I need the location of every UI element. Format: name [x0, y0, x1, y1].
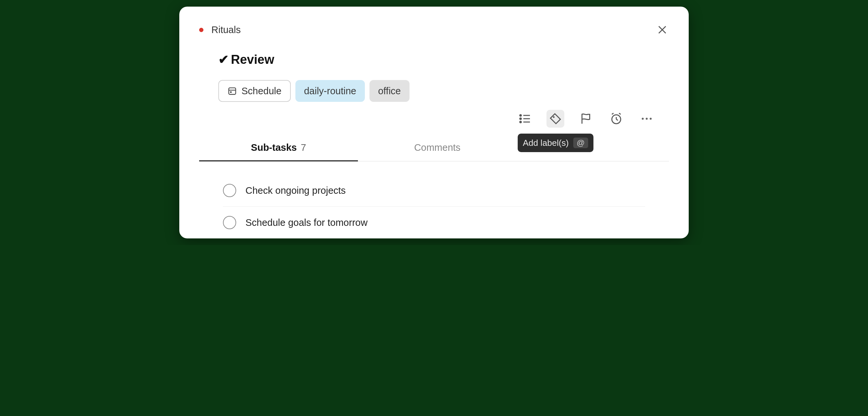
- svg-point-8: [520, 118, 521, 120]
- checkmark-icon: ✔: [218, 52, 229, 67]
- tab-label: Comments: [414, 142, 461, 153]
- svg-line-18: [619, 113, 621, 114]
- tooltip: Add label(s) @: [518, 134, 593, 152]
- list-icon: [518, 112, 532, 125]
- reminder-button[interactable]: [607, 110, 625, 128]
- svg-rect-2: [229, 88, 236, 95]
- svg-rect-6: [230, 91, 232, 93]
- tooltip-shortcut-key: @: [573, 137, 588, 148]
- svg-point-13: [553, 117, 555, 118]
- svg-point-7: [520, 115, 521, 117]
- header-row: Rituals: [199, 23, 669, 36]
- subtask-text: Check ongoing projects: [245, 185, 346, 196]
- more-button[interactable]: [638, 110, 656, 128]
- close-icon: [656, 24, 668, 36]
- more-icon: [642, 118, 652, 120]
- tab-label: Sub-tasks: [251, 142, 297, 153]
- tab-count: 7: [301, 142, 306, 153]
- task-detail-card: Rituals ✔ Review Schedule daily-routine …: [179, 7, 689, 238]
- subtask-text: Schedule goals for tomorrow: [245, 217, 368, 228]
- svg-point-9: [520, 121, 521, 123]
- schedule-chip[interactable]: Schedule: [218, 80, 291, 102]
- label-button[interactable]: [547, 110, 564, 128]
- toolbar: Add label(s) @: [199, 110, 669, 128]
- flag-button[interactable]: [577, 110, 595, 128]
- task-title[interactable]: Review: [231, 53, 274, 67]
- calendar-icon: [227, 86, 237, 96]
- tab-comments[interactable]: Comments: [358, 136, 517, 161]
- list-button[interactable]: [516, 110, 534, 128]
- subtask-checkbox[interactable]: [223, 216, 236, 229]
- task-title-row: ✔ Review: [218, 52, 669, 67]
- subtasks-list: Check ongoing projects Schedule goals fo…: [199, 174, 669, 238]
- label-chip-daily-routine[interactable]: daily-routine: [296, 80, 365, 102]
- svg-line-16: [616, 119, 618, 120]
- project-name: Rituals: [211, 25, 241, 35]
- subtask-checkbox[interactable]: [223, 184, 236, 197]
- tab-subtasks[interactable]: Sub-tasks 7: [199, 136, 358, 161]
- project-color-dot: [199, 28, 204, 32]
- flag-icon: [579, 112, 592, 125]
- subtask-item[interactable]: Check ongoing projects: [223, 174, 645, 207]
- label-chip-text: daily-routine: [304, 86, 356, 97]
- alarm-clock-icon: [610, 112, 623, 125]
- label-chip-office[interactable]: office: [370, 80, 409, 102]
- tag-icon: [549, 112, 562, 125]
- tooltip-text: Add label(s): [523, 138, 569, 148]
- svg-line-17: [612, 113, 614, 114]
- label-chip-text: office: [378, 86, 401, 97]
- chips-row: Schedule daily-routine office: [218, 80, 669, 102]
- tabs: Sub-tasks 7 Comments: [199, 136, 669, 161]
- close-button[interactable]: [656, 23, 669, 36]
- subtask-item[interactable]: Schedule goals for tomorrow: [223, 207, 645, 238]
- schedule-chip-label: Schedule: [242, 86, 281, 97]
- project-link[interactable]: Rituals: [199, 25, 241, 35]
